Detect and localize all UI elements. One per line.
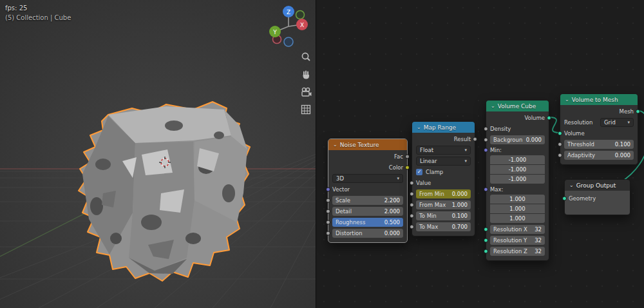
max-y-field[interactable]: 1.000 [490, 204, 545, 213]
group-output-header[interactable]: ⌄ Group Output [565, 180, 630, 191]
zoom-tool-button[interactable] [299, 50, 313, 64]
min-x-field[interactable]: -1.000 [490, 155, 545, 164]
background-field[interactable]: Backgroun 0.000 [490, 135, 545, 144]
socket-volume-output[interactable] [547, 116, 551, 120]
link-volume-to-volume[interactable] [549, 117, 560, 133]
to-min-field[interactable]: To Min 0.100 [416, 211, 471, 220]
grid-icon [301, 104, 311, 115]
distortion-field[interactable]: Distortion 0.000 [332, 229, 403, 238]
gizmo-axis-z-neg[interactable] [284, 37, 293, 46]
to-max-field[interactable]: To Max 0.700 [416, 222, 471, 231]
socket-density-input[interactable] [484, 127, 488, 131]
active-collection-label: (5) Collection | Cube [5, 14, 71, 21]
socket-fac-output[interactable] [405, 155, 410, 159]
data-type-row: Float ▾ [416, 146, 471, 155]
min-y-field[interactable]: -1.000 [490, 165, 545, 174]
orthographic-toggle-button[interactable] [299, 102, 313, 117]
node-group-output[interactable]: ⌄ Group Output Geometry [564, 179, 630, 215]
socket-vector-input[interactable] [326, 188, 330, 192]
scale-field[interactable]: Scale 2.200 [332, 196, 403, 205]
gizmo-axis-y-neg[interactable] [296, 11, 305, 19]
field-label: To Min [419, 213, 437, 219]
field-label: From Min [419, 191, 444, 197]
input-row-volume: Volume [564, 129, 634, 138]
socket-result-output[interactable] [473, 137, 477, 142]
socket-threshold-input[interactable] [558, 142, 562, 147]
dimensions-dropdown[interactable]: 3D ▾ [332, 174, 403, 183]
map-range-header[interactable]: ⌄ Map Range [412, 122, 475, 133]
collapse-icon[interactable]: ⌄ [333, 142, 337, 148]
input-label-vector: Vector [332, 186, 350, 193]
socket-adaptivity-input[interactable] [558, 153, 562, 158]
resolution-z-field[interactable]: Resolution Z 32 [490, 247, 545, 256]
gizmo-axis-x[interactable]: X [296, 19, 308, 30]
resolution-x-field[interactable]: Resolution X 32 [490, 225, 545, 234]
resolution-y-field[interactable]: Resolution Y 32 [490, 236, 545, 245]
socket-background-input[interactable] [484, 138, 488, 142]
resolution-mode-row: Resolution Grid ▾ [564, 118, 634, 127]
resolution-mode-label: Resolution [564, 119, 592, 126]
gizmo-x-label: X [300, 22, 304, 28]
field-value: 0.500 [384, 219, 400, 226]
to-min-row: To Min 0.100 [416, 211, 471, 220]
node-map-range[interactable]: ⌄ Map Range Result Float ▾ Linear ▾ [412, 121, 475, 236]
gizmo-axis-z[interactable]: Z [283, 6, 294, 17]
resolution-mode-dropdown[interactable]: Grid ▾ [600, 118, 634, 127]
socket-min-input[interactable] [484, 148, 488, 152]
socket-geometry-input[interactable] [562, 197, 567, 201]
socket-resolution-y-input[interactable] [484, 238, 488, 243]
from-min-field[interactable]: From Min 0.000 [416, 189, 471, 198]
socket-roughness-input[interactable] [326, 220, 330, 225]
socket-from-max-input[interactable] [410, 203, 414, 207]
socket-resolution-x-input[interactable] [484, 227, 488, 232]
pan-tool-button[interactable] [299, 68, 313, 82]
data-type-value: Float [420, 147, 433, 153]
collapse-icon[interactable]: ⌄ [417, 125, 421, 130]
data-type-dropdown[interactable]: Float ▾ [416, 146, 471, 155]
node-volume-cube[interactable]: ⌄ Volume Cube Volume Density Backgroun 0… [486, 100, 549, 261]
socket-distortion-input[interactable] [326, 231, 330, 236]
camera-view-button[interactable] [299, 85, 313, 99]
field-value: 0.100 [452, 213, 468, 219]
adaptivity-field[interactable]: Adaptivity 0.000 [564, 151, 634, 160]
socket-color-output[interactable] [405, 166, 410, 170]
max-x-field[interactable]: 1.000 [490, 195, 545, 204]
resolution-mode-value: Grid [604, 119, 616, 126]
node-volume-to-mesh[interactable]: ⌄ Volume to Mesh Mesh Resolution Grid ▾ … [560, 93, 638, 165]
socket-max-input[interactable] [484, 187, 488, 191]
collapse-icon[interactable]: ⌄ [565, 97, 569, 102]
volume-to-mesh-header[interactable]: ⌄ Volume to Mesh [560, 94, 638, 105]
resolution-x-row: Resolution X 32 [490, 225, 545, 234]
socket-mesh-output[interactable] [636, 110, 640, 114]
socket-volume-input[interactable] [558, 131, 562, 136]
collapse-icon[interactable]: ⌄ [491, 104, 495, 109]
max-z-field[interactable]: 1.000 [490, 214, 545, 223]
clamp-checkbox[interactable]: ✓ [416, 169, 422, 175]
socket-from-min-input[interactable] [410, 192, 414, 197]
roughness-field[interactable]: Roughness 0.500 [332, 218, 403, 227]
rock-mesh-object[interactable] [79, 102, 250, 281]
min-z-field[interactable]: -1.000 [490, 175, 545, 184]
collapse-icon[interactable]: ⌄ [569, 183, 574, 188]
socket-to-min-input[interactable] [410, 214, 414, 218]
interpolation-dropdown[interactable]: Linear ▾ [416, 157, 471, 166]
noise-texture-header[interactable]: ⌄ Noise Texture [328, 139, 407, 150]
input-row-value: Value [416, 178, 471, 188]
socket-scale-input[interactable] [326, 198, 330, 203]
max-z-row: 1.000 [490, 214, 545, 223]
socket-detail-input[interactable] [326, 209, 330, 214]
clamp-row[interactable]: ✓ Clamp [416, 168, 471, 177]
socket-value-input[interactable] [410, 181, 414, 186]
socket-to-max-input[interactable] [410, 225, 414, 229]
detail-field[interactable]: Detail 2.000 [332, 207, 403, 216]
socket-resolution-z-input[interactable] [484, 249, 488, 254]
navigation-gizmo[interactable]: Z Y X [265, 3, 312, 52]
3d-viewport[interactable]: fps: 25 (5) Collection | Cube Z Y X [0, 0, 316, 308]
volume-cube-header[interactable]: ⌄ Volume Cube [486, 101, 549, 111]
node-noise-texture[interactable]: ⌄ Noise Texture Fac Color 3D ▾ Vector [328, 139, 408, 243]
geometry-node-editor[interactable]: ⌄ Noise Texture Fac Color 3D ▾ Vector [316, 0, 644, 308]
gizmo-axis-y[interactable]: Y [269, 26, 281, 37]
threshold-field[interactable]: Threshold 0.100 [564, 140, 634, 149]
from-max-field[interactable]: From Max 1.000 [416, 200, 471, 209]
field-value: 0.700 [452, 224, 468, 230]
